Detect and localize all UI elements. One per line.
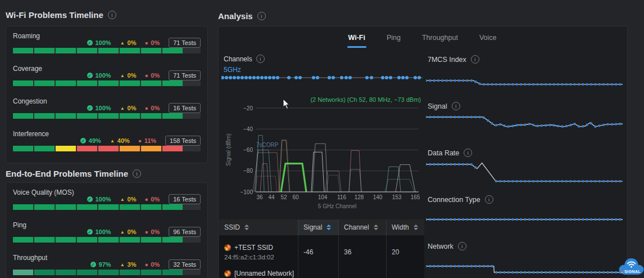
bar-segment [34,204,55,210]
analysis-title-text: Analysis [218,11,253,21]
tests-count-badge[interactable]: 158 Tests [165,136,201,146]
timeline-row-label: Voice Quality (MOS) [13,189,74,196]
tests-count-badge[interactable]: 32 Tests [169,259,201,270]
check-icon: ✓ [90,262,96,267]
timeline-row[interactable]: Interference✓49%▲40%■11%158 Tests [12,130,202,159]
bar-segment [141,80,161,86]
timeline-bar [13,80,201,86]
timeline-row[interactable]: Roaming✓100%▲0%■0%71 Tests [12,32,202,61]
timeline-row[interactable]: Ping✓100%▲0%■0%96 Tests [12,221,202,250]
bar-segment [162,270,183,275]
timeline-row-label: Ping [13,221,26,229]
bar-segment [13,80,33,86]
tab-wifi[interactable]: Wi-Fi [348,33,365,43]
info-icon[interactable]: i [485,195,493,204]
metric-label-7mcs-index: 7MCS Indexi [428,55,479,64]
warn-stat: ▲0% [120,196,137,203]
wifi-problems-card: Roaming✓100%▲0%■0%71 TestsCoverage✓100%▲… [6,26,208,163]
analysis-tabs: Wi-FiPingThroughputVoice [218,33,627,43]
metric-label-signal: Signali [428,102,460,110]
tests-count-badge[interactable]: 71 Tests [169,70,201,80]
info-icon[interactable]: i [471,55,479,64]
warn-stat: ▲0% [120,105,137,111]
timeline-row[interactable]: Congestion✓100%▲0%■0%16 Tests [12,97,202,127]
ssid-table-row[interactable]: [Unnamed Network] [219,268,424,278]
e2e-timeline-title: End-to-End Problems Timeline i [6,169,141,178]
tab-throughput[interactable]: Throughput [422,33,458,43]
metric-label-data-rate: Data Ratei [428,149,472,157]
bar-segment [162,113,183,119]
metric-label-connection-type: Connection Typei [428,195,493,204]
bar-segment [162,237,183,243]
tests-count-badge[interactable]: 96 Tests [169,227,201,237]
channel-timeline-dot-strip [221,73,425,82]
metric-label-network: Networki [428,242,466,250]
check-icon: ✓ [87,105,93,111]
info-icon[interactable]: i [133,169,141,178]
column-header-width[interactable]: Width [386,219,424,235]
sparkline-connection-type [426,207,623,238]
column-header-ssid[interactable]: SSID [219,219,298,235]
sort-icon[interactable] [244,225,249,230]
tab-ping[interactable]: Ping [387,33,401,43]
info-icon[interactable]: i [458,242,466,250]
fail-stat: ■0% [145,105,160,111]
timeline-bar [13,146,201,151]
timeline-row-label: Interference [13,130,49,138]
sparkline-network [426,253,623,278]
svg-text:44: 44 [268,194,275,200]
svg-text:60: 60 [292,194,299,200]
svg-text:116: 116 [337,194,346,200]
info-icon[interactable]: i [257,12,266,20]
info-icon[interactable]: i [256,55,265,63]
timeline-row[interactable]: Coverage✓100%▲0%■0%71 Tests [12,65,202,94]
bar-segment [141,146,161,151]
pass-stat: ✓100% [87,196,111,203]
fail-stat: ■11% [139,137,156,144]
timeline-row-label: Coverage [13,65,42,73]
bar-segment [13,270,33,275]
e2e-problems-card: Voice Quality (MOS)✓100%▲0%■0%16 TestsPi… [6,182,208,278]
ssid-table-row[interactable]: +TEST SSID24:f5:a2:c1:3d:02-463620 [219,235,424,269]
tests-count-badge[interactable]: 16 Tests [169,194,201,204]
warning-triangle-icon: ▲ [120,73,125,78]
ssid-name: [Unnamed Network] [234,270,294,277]
timeline-row[interactable]: Voice Quality (MOS)✓100%▲0%■0%16 Tests [12,189,202,218]
fail-stat: ■0% [145,196,160,203]
svg-text:165: 165 [411,194,420,200]
sort-icon[interactable] [374,225,378,230]
tab-voice[interactable]: Voice [479,33,497,43]
check-icon: ✓ [87,196,93,202]
tests-count-badge[interactable]: 16 Tests [169,103,201,113]
width-cell [386,268,424,278]
column-header-signal[interactable]: Signal [298,219,338,235]
warning-triangle-icon: ▲ [120,41,125,46]
band-label: 5GHz [224,66,241,74]
info-icon[interactable]: i [108,11,116,19]
channel-cell: 36 [338,235,386,268]
fail-square-icon: ■ [145,262,148,267]
bar-segment [162,80,183,86]
column-header-channel[interactable]: Channel [338,219,386,235]
svg-text:7sCORP: 7sCORP [256,142,279,148]
timeline-row[interactable]: Throughput✓97%▲3%■0%32 Tests [12,254,202,278]
svg-text:52: 52 [280,194,287,200]
warn-stat: ▲40% [110,137,130,144]
timeline-row-stats: ✓100%▲0%■0%16 Tests [87,194,201,204]
bar-segment [120,237,140,243]
svg-text:7SIGNAL: 7SIGNAL [622,270,641,273]
channels-label: Channels i [224,55,265,63]
sort-icon[interactable] [414,225,418,230]
info-icon[interactable]: i [452,102,460,110]
sort-icon[interactable] [326,225,331,230]
pass-stat: ✓49% [80,137,101,144]
mouse-cursor-icon [283,99,291,110]
ssid-name: +TEST SSID [234,244,273,252]
bar-segment [56,237,76,243]
ssid-cell: +TEST SSID24:f5:a2:c1:3d:02 [219,235,298,268]
tests-count-badge[interactable]: 71 Tests [169,38,201,48]
bar-segment [77,146,97,151]
bar-segment [120,113,140,119]
check-icon: ✓ [87,73,93,78]
info-icon[interactable]: i [464,149,472,157]
